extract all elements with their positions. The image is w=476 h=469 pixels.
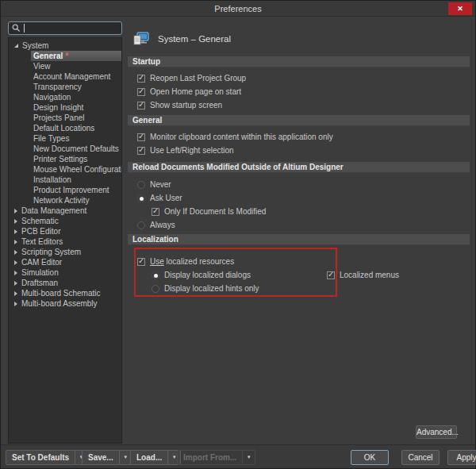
checkbox-open-home-page-on-start[interactable]: ✓Open Home page on start xyxy=(126,85,471,98)
tree-label: Scripting System xyxy=(21,248,81,256)
collapsed-arrow-icon[interactable] xyxy=(14,291,17,296)
radio-always[interactable]: Always xyxy=(126,218,471,232)
tree-label: File Types xyxy=(33,134,69,143)
checkbox-icon: ✓ xyxy=(137,102,145,110)
close-button[interactable]: ✕ xyxy=(448,2,472,15)
tree-label: General xyxy=(33,52,63,60)
radio-icon xyxy=(137,221,145,229)
checkbox-show-startup-screen[interactable]: ✓Show startup screen xyxy=(126,98,471,112)
collapsed-arrow-icon[interactable] xyxy=(14,219,17,224)
tree-label: Multi-board Schematic xyxy=(21,289,100,298)
tree-label: Product Improvement xyxy=(33,186,109,194)
radio-icon xyxy=(137,194,145,202)
sidebar-item-file-types[interactable]: File Types xyxy=(31,133,121,144)
page-title: System – General xyxy=(158,34,231,44)
reload-options: Never Ask User ✓ Only If Document Is Mod… xyxy=(126,178,471,232)
tree-label: Installation xyxy=(33,175,71,184)
radio-never[interactable]: Never xyxy=(126,178,471,191)
dropdown-arrow-icon[interactable]: ▼ xyxy=(243,450,255,465)
checkbox-label: Use Left/Right selection xyxy=(150,146,234,155)
collapsed-arrow-icon[interactable] xyxy=(14,250,17,255)
collapsed-arrow-icon[interactable] xyxy=(14,209,17,213)
collapsed-arrow-icon[interactable] xyxy=(14,271,17,275)
advanced-button[interactable]: Advanced... xyxy=(416,425,457,439)
collapsed-arrow-icon[interactable] xyxy=(14,302,17,306)
expanded-arrow-icon[interactable] xyxy=(14,44,18,48)
sidebar-item-projects-panel[interactable]: Projects Panel xyxy=(31,113,121,123)
checkbox-label: Localized menus xyxy=(340,271,399,279)
tree-label: Simulation xyxy=(21,268,59,277)
sidebar-item-schematic[interactable]: Schematic xyxy=(9,216,121,226)
button-label: Import From... xyxy=(177,450,243,465)
sidebar-item-account-management[interactable]: Account Management xyxy=(31,71,121,82)
sidebar-item-design-insight[interactable]: Design Insight xyxy=(31,102,121,113)
save-button[interactable]: Save... ▼ xyxy=(82,450,132,465)
checkbox-icon: ✓ xyxy=(152,208,159,216)
collapsed-arrow-icon[interactable] xyxy=(14,281,17,286)
checkbox-icon: ✓ xyxy=(137,88,145,96)
sidebar-item-text-editors[interactable]: Text Editors xyxy=(9,236,121,247)
load-button[interactable]: Load... ▼ xyxy=(130,450,181,465)
sidebar-item-general[interactable]: General* xyxy=(31,51,121,61)
sidebar-item-product-improvement[interactable]: Product Improvement xyxy=(31,185,121,195)
collapsed-arrow-icon[interactable] xyxy=(14,240,17,244)
search-input[interactable] xyxy=(8,21,122,35)
checkbox-icon: ✓ xyxy=(327,271,335,279)
radio-icon xyxy=(152,285,159,293)
sidebar-item-data-management[interactable]: Data Management xyxy=(9,206,121,216)
general-options: ✓Monitor clipboard content within this a… xyxy=(126,130,471,157)
set-to-defaults-button[interactable]: Set To Defaults ▼ xyxy=(6,450,88,465)
sidebar-item-simulation[interactable]: Simulation xyxy=(9,267,121,278)
close-icon: ✕ xyxy=(457,5,463,13)
checkbox-use-localized-resources[interactable]: ✓ Use localized resources xyxy=(126,255,471,268)
checkbox-monitor-clipboard-content-within-this-application-only[interactable]: ✓Monitor clipboard content within this a… xyxy=(126,130,471,144)
radio-label: Always xyxy=(150,221,175,229)
collapsed-arrow-icon[interactable] xyxy=(14,229,17,234)
sidebar-item-multi-board-assembly[interactable]: Multi-board Assembly xyxy=(9,298,121,309)
sidebar-item-view[interactable]: View xyxy=(31,61,121,71)
tree-label: Navigation xyxy=(33,93,71,102)
tree-label: View xyxy=(33,62,51,71)
import-from-button[interactable]: Import From... ▼ xyxy=(177,450,255,465)
radio-icon xyxy=(152,271,159,279)
sidebar-item-pcb-editor[interactable]: PCB Editor xyxy=(9,226,121,236)
localization-row: Display localized dialogs ✓ Localized me… xyxy=(126,268,471,282)
tree-label: Data Management xyxy=(21,206,86,215)
settings-panel: System – General Startup ✓Reopen Last Pr… xyxy=(126,18,472,444)
sidebar-item-navigation[interactable]: Navigation xyxy=(31,92,121,102)
system-general-icon xyxy=(132,31,150,47)
sidebar-item-scripting-system[interactable]: Scripting System xyxy=(9,247,121,257)
collapsed-arrow-icon[interactable] xyxy=(14,260,17,265)
sidebar-item-transparency[interactable]: Transparency xyxy=(31,82,121,92)
sidebar-item-mouse-wheel-configuration[interactable]: Mouse Wheel Configuration xyxy=(31,164,121,175)
sidebar-item-new-document-defaults[interactable]: New Document Defaults xyxy=(31,144,121,154)
checkbox-use-left-right-selection[interactable]: ✓Use Left/Right selection xyxy=(126,144,471,157)
ok-button[interactable]: OK xyxy=(351,450,389,465)
checkbox-reopen-last-project-group[interactable]: ✓Reopen Last Project Group xyxy=(126,71,471,85)
radio-display-localized-hints[interactable]: Display localized hints only xyxy=(126,282,471,295)
localization-options: ✓ Use localized resources Display locali… xyxy=(126,248,471,295)
footer-bar: Set To Defaults ▼ Save... ▼ Load... ▼ Im… xyxy=(1,444,475,468)
radio-display-localized-dialogs[interactable]: Display localized dialogs xyxy=(152,271,251,279)
tree-label: Network Activity xyxy=(33,196,90,205)
sidebar-item-multi-board-schematic[interactable]: Multi-board Schematic xyxy=(9,288,121,298)
apply-button[interactable]: Apply xyxy=(447,450,476,465)
sidebar-item-cam-editor[interactable]: CAM Editor xyxy=(9,257,121,267)
sidebar-item-installation[interactable]: Installation xyxy=(31,175,121,185)
startup-options: ✓Reopen Last Project Group✓Open Home pag… xyxy=(126,71,471,112)
sidebar-item-printer-settings[interactable]: Printer Settings xyxy=(31,154,121,164)
cancel-button[interactable]: Cancel xyxy=(401,450,440,465)
checkbox-label: Monitor clipboard content within this ap… xyxy=(150,133,333,141)
tree-label: Schematic xyxy=(21,217,59,225)
checkbox-label: Only If Document Is Modified xyxy=(164,207,266,216)
sidebar-item-default-locations[interactable]: Default Locations xyxy=(31,123,121,133)
tree-label: PCB Editor xyxy=(21,227,60,236)
radio-ask-user[interactable]: Ask User xyxy=(126,191,471,205)
checkbox-icon: ✓ xyxy=(137,75,145,83)
tree-label: Default Locations xyxy=(33,124,94,133)
checkbox-only-if-modified[interactable]: ✓ Only If Document Is Modified xyxy=(126,205,471,218)
checkbox-localized-menus[interactable]: ✓ Localized menus xyxy=(327,271,399,279)
sidebar-item-draftsman[interactable]: Draftsman xyxy=(9,278,121,288)
sidebar-item-system[interactable]: System xyxy=(9,40,121,51)
sidebar-item-network-activity[interactable]: Network Activity xyxy=(31,195,121,206)
